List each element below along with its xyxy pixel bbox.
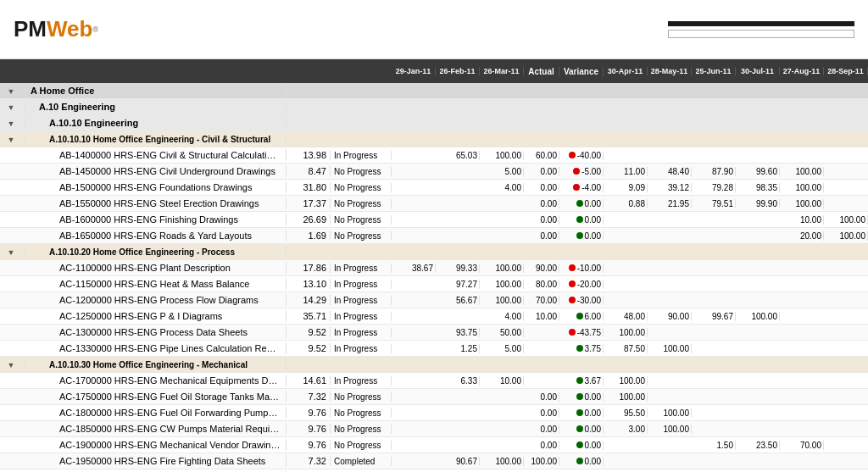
col-header-aug: 27-Aug-11 [780, 67, 824, 75]
cell-name: AB-1500000 HRS-ENG Foundations Drawings [25, 181, 287, 193]
cell-date-d5: 39.12 [648, 183, 692, 192]
logo-registered: ® [92, 25, 98, 34]
cell-date-d7: 23.50 [736, 441, 780, 450]
status-dot [576, 393, 583, 400]
cell-date-d2: 65.03 [436, 151, 480, 160]
group-row: ▼A.10.10.30 Home Office Engineering - Me… [0, 357, 868, 373]
cell-name: AB-1400000 HRS-ENG Civil & Structural Ca… [25, 149, 287, 161]
status-dot [569, 329, 576, 336]
cell-weight: 9.76 [287, 408, 331, 418]
cell-date-d7: 99.90 [736, 199, 780, 208]
table-row: AB-1600000 HRS-ENG Finishing Drawings26.… [0, 212, 868, 228]
expand-icon[interactable]: ▼ [8, 119, 15, 128]
col-header-jan: 29-Jan-11 [392, 67, 436, 75]
cell-l1: ▼ [0, 247, 25, 257]
status-dot [576, 313, 583, 319]
logo-pm: PM [14, 16, 47, 42]
col-header-feb: 26-Feb-11 [436, 67, 480, 75]
expand-icon[interactable]: ▼ [8, 87, 15, 96]
cell-variance: 0.00 [559, 215, 604, 225]
logo-area: PMWeb® [14, 16, 149, 42]
cell-date-d4: 87.50 [604, 344, 648, 353]
cell-name: AC-1150000 HRS-ENG Heat & Mass Balance [25, 278, 287, 290]
cell-status: No Progress [331, 425, 392, 434]
cell-date-d4: 0.88 [604, 199, 648, 208]
status-dot [576, 425, 583, 432]
cell-name: AC-1800000 HRS-ENG Fuel Oil Forwarding P… [25, 407, 287, 419]
cell-weight: 9.52 [287, 327, 331, 337]
table-row: AB-1400000 HRS-ENG Civil & Structural Ca… [0, 147, 868, 164]
variance-value: 0.00 [585, 215, 601, 225]
expand-icon[interactable]: ▼ [8, 136, 15, 144]
table-row: AC-1100000 HRS-ENG Plant Description17.8… [0, 260, 868, 276]
status-dot [576, 216, 583, 223]
expand-icon[interactable]: ▼ [8, 103, 15, 112]
variance-value: 0.00 [585, 408, 601, 418]
cell-date-d4: 48.00 [604, 312, 648, 321]
table-row: AC-1900000 HRS-ENG Mechanical Vendor Dra… [0, 437, 868, 453]
cell-date-d7: 99.60 [736, 167, 780, 176]
cell-variance: 0.00 [559, 231, 604, 241]
cell-date-d5: 100.00 [648, 408, 692, 418]
cell-actual: 0.00 [524, 167, 559, 176]
variance-value: 6.00 [585, 312, 601, 321]
cell-actual: 0.00 [524, 231, 559, 241]
cell-name: AC-1750000 HRS-ENG Fuel Oil Storage Tank… [25, 391, 287, 403]
group-name: A.10.10 Engineering [25, 117, 287, 129]
status-dot [576, 232, 583, 239]
col-header-actual: Actual [524, 67, 559, 76]
cell-date-d1: 38.67 [392, 264, 436, 273]
status-dot [576, 377, 583, 384]
cell-actual: 90.00 [524, 264, 559, 273]
cell-actual: 0.00 [524, 408, 559, 418]
col-header-may: 28-May-11 [648, 67, 692, 75]
cell-status: No Progress [331, 215, 392, 225]
cell-date-d6: 79.51 [692, 199, 736, 208]
cell-date-d9: 100.00 [824, 231, 868, 241]
cell-date-d3: 100.00 [480, 457, 524, 466]
cell-date-d8: 100.00 [780, 167, 824, 176]
cell-variance: 3.67 [559, 376, 604, 386]
cell-status: No Progress [331, 199, 392, 208]
cell-actual: 0.00 [524, 183, 559, 192]
status-dot [576, 345, 583, 352]
cell-actual: 100.00 [524, 457, 559, 466]
filter-label [668, 21, 854, 26]
cell-date-d3: 4.00 [480, 312, 524, 321]
report-title [149, 20, 668, 38]
cell-variance: 0.00 [559, 441, 604, 450]
group-row: ▼A.10.10.20 Home Office Engineering - Pr… [0, 244, 868, 260]
cell-variance: -40.00 [559, 151, 604, 160]
group-name: A Home Office [25, 85, 287, 97]
col-header-sep: 28-Sep-11 [824, 67, 868, 75]
col-header-jun: 25-Jun-11 [692, 67, 736, 75]
cell-date-d5: 90.00 [648, 312, 692, 321]
cell-status: No Progress [331, 392, 392, 402]
cell-variance: -4.00 [559, 183, 604, 192]
cell-date-d6: 79.28 [692, 183, 736, 192]
table-row: AC-1300000 HRS-ENG Process Data Sheets9.… [0, 325, 868, 341]
cell-date-d2: 97.27 [436, 280, 480, 289]
cell-status: In Progress [331, 312, 392, 321]
table-row: AC-1950000 HRS-ENG Fire Fighting Data Sh… [0, 453, 868, 469]
cell-date-d6: 87.90 [692, 167, 736, 176]
cell-variance: 3.75 [559, 344, 604, 353]
cell-variance: 0.00 [559, 425, 604, 434]
cell-actual: 0.00 [524, 441, 559, 450]
cell-status: No Progress [331, 441, 392, 450]
status-dot [573, 168, 580, 175]
cell-date-d7: 100.00 [736, 312, 780, 321]
expand-icon[interactable]: ▼ [8, 248, 15, 257]
cell-date-d4: 9.09 [604, 183, 648, 192]
group-row: ▼A Home Office [0, 83, 868, 99]
status-dot [576, 409, 583, 416]
cell-actual: 80.00 [524, 280, 559, 289]
expand-icon[interactable]: ▼ [8, 361, 15, 369]
cell-variance: 0.00 [559, 392, 604, 402]
cell-date-d2: 6.33 [436, 376, 480, 386]
cell-date-d4: 100.00 [604, 376, 648, 386]
header: PMWeb® [0, 0, 868, 59]
cell-actual: 60.00 [524, 151, 559, 160]
variance-value: -5.00 [581, 167, 601, 176]
work-package-dropdown[interactable] [668, 30, 854, 38]
